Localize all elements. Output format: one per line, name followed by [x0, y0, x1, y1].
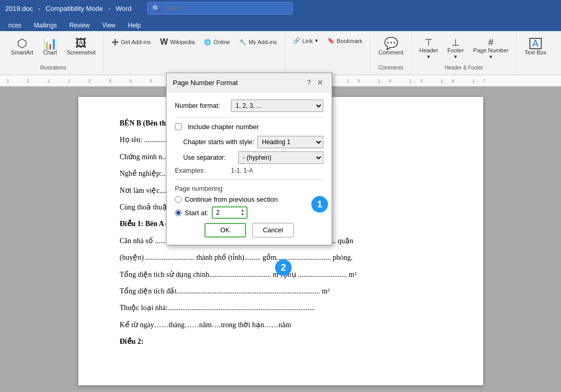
my-addins-button[interactable]: 🔧 My Add-ins: [236, 37, 280, 48]
header-icon: ⊤: [425, 38, 433, 47]
smartart-button[interactable]: ⬡ SmartArt: [7, 35, 37, 58]
examples-value: 1-1, 1-A: [231, 167, 253, 174]
header-footer-items: ⊤ Header ▾ ⊥ Footer ▾ # Page Number ▾: [416, 35, 512, 63]
chapter-starts-select[interactable]: Heading 1 Heading 2 Heading 3: [257, 136, 323, 148]
search-input[interactable]: [163, 5, 288, 12]
number-format-row: Number format: 1, 2, 3, ... A, B, C, ...…: [175, 100, 323, 112]
ribbon: ⬡ SmartArt 📊 Chart 🖼 Screenshot Illustra…: [0, 31, 561, 75]
screenshot-icon: 🖼: [75, 38, 87, 49]
include-chapter-checkbox[interactable]: [175, 123, 182, 130]
footer-dropdown-icon: ▾: [454, 53, 457, 60]
spinner-down-icon[interactable]: ▼: [241, 213, 245, 217]
online-icon: 🌐: [204, 39, 211, 46]
dialog-help-icon[interactable]: ?: [307, 78, 311, 87]
ribbon-tab-bar: nces Mailings Review View Help: [0, 17, 561, 31]
ribbon-group-comments: 💬 Comment Comments: [371, 33, 412, 73]
comments-group-label: Comments: [378, 63, 403, 71]
screenshot-label: Screenshot: [66, 49, 95, 55]
link-dropdown-icon: ▾: [315, 37, 318, 44]
tab-references[interactable]: nces: [2, 20, 28, 31]
get-addins-button[interactable]: ➕ Get Add-ins: [108, 37, 154, 48]
doc-name: 2019.doc: [5, 5, 33, 12]
start-at-spinners: ▲ ▼: [241, 208, 245, 217]
dialog-title: Page Number Format: [173, 79, 238, 87]
include-chapter-row: Include chapter number: [175, 123, 323, 131]
continue-radio-row: Continue from previous section: [175, 195, 323, 203]
continue-radio[interactable]: [175, 196, 182, 203]
start-at-label: Start at:: [185, 209, 209, 217]
comment-button[interactable]: 💬 Comment: [375, 35, 407, 58]
page-number-dropdown-icon: ▾: [489, 53, 492, 60]
separator-select[interactable]: - (hyphen) . (period) : (colon): [238, 151, 323, 164]
separator-2: -: [108, 5, 110, 12]
start-at-box: 2 ▲ ▼: [212, 206, 248, 219]
text-items: A Text Box: [521, 35, 550, 58]
continue-label: Continue from previous section: [185, 195, 278, 203]
header-button[interactable]: ⊤ Header ▾: [416, 35, 442, 63]
screenshot-button[interactable]: 🖼 Screenshot: [63, 35, 99, 58]
compat-mode: Compatibility Mode: [46, 5, 103, 12]
doc-line-9: Tổng diện tích sử dụng chính............…: [120, 269, 442, 281]
addins-items: ➕ Get Add-ins W Wikipedia 🌐 Online 🔧 My …: [108, 35, 281, 49]
doc-line-13: Điều 2:: [120, 336, 442, 347]
start-at-radio[interactable]: [175, 209, 182, 216]
dialog-buttons: OK Cancel: [175, 223, 323, 237]
chart-icon: 📊: [43, 38, 57, 49]
use-separator-label: Use separator:: [183, 154, 235, 161]
chapter-starts-label: Chapter starts with style:: [183, 138, 254, 146]
ribbon-group-links: 🔗 Link ▾ 🔖 Bookmark: [285, 33, 371, 73]
include-chapter-label: Include chapter number: [188, 123, 259, 131]
app-name: Word: [116, 5, 132, 12]
doc-line-11: Thuộc loại nhà:.........................…: [120, 302, 442, 314]
footer-label: Footer: [447, 47, 464, 53]
separator-1: -: [38, 5, 40, 12]
header-dropdown-icon: ▾: [427, 53, 430, 60]
ok-button[interactable]: OK: [204, 223, 246, 237]
bookmark-button[interactable]: 🔖 Bookmark: [324, 35, 366, 46]
illustrations-items: ⬡ SmartArt 📊 Chart 🖼 Screenshot: [7, 35, 99, 58]
dialog-divider-2: [175, 179, 323, 180]
my-addins-label: My Add-ins: [249, 39, 277, 45]
smartart-icon: ⬡: [17, 38, 27, 49]
header-label: Header: [419, 47, 438, 53]
title-bar: 2019.doc - Compatibility Mode - Word 🔍: [0, 0, 561, 17]
dialog-close-button[interactable]: ✕: [315, 77, 325, 88]
chart-label: Chart: [43, 49, 57, 55]
examples-row: Examples: 1-1, 1-A: [175, 167, 323, 174]
get-addins-icon: ➕: [112, 39, 119, 46]
links-items: 🔗 Link ▾ 🔖 Bookmark: [290, 35, 366, 46]
footer-button[interactable]: ⊥ Footer ▾: [444, 35, 468, 63]
examples-label: Examples:: [175, 167, 227, 174]
ribbon-group-header-footer: ⊤ Header ▾ ⊥ Footer ▾ # Page Number ▾ He…: [412, 33, 517, 73]
link-button[interactable]: 🔗 Link ▾: [290, 35, 322, 46]
wikipedia-icon: W: [160, 37, 168, 47]
start-at-input[interactable]: 2: [215, 208, 241, 217]
ribbon-group-text: A Text Box: [517, 33, 554, 73]
dialog-divider-1: [175, 117, 323, 118]
tab-mailings[interactable]: Mailings: [28, 20, 63, 31]
wikipedia-button[interactable]: W Wikipedia: [157, 35, 199, 49]
comment-icon: 💬: [384, 38, 398, 49]
doc-line-12: Kể từ ngày……tháng……năm….trong thời hạn………: [120, 319, 442, 331]
my-addins-icon: 🔧: [239, 39, 247, 46]
footer-icon: ⊥: [451, 38, 460, 47]
tab-view[interactable]: View: [96, 20, 122, 31]
page-number-icon: #: [488, 38, 494, 47]
number-format-select[interactable]: 1, 2, 3, ... A, B, C, ... a, b, c, ... I…: [231, 100, 323, 112]
page-number-label: Page Number: [473, 47, 509, 53]
bookmark-label: Bookmark: [337, 38, 363, 44]
page-number-button[interactable]: # Page Number ▾: [470, 35, 512, 63]
search-bar[interactable]: 🔍: [147, 2, 293, 15]
cancel-button[interactable]: Cancel: [252, 223, 294, 237]
tab-review[interactable]: Review: [63, 20, 95, 31]
wikipedia-label: Wikipedia: [170, 39, 195, 45]
page-numbering-section-label: Page numbering: [175, 185, 323, 192]
number-format-label: Number format:: [175, 102, 227, 109]
link-icon: 🔗: [293, 37, 300, 44]
text-box-button[interactable]: A Text Box: [521, 35, 550, 58]
chart-button[interactable]: 📊 Chart: [39, 35, 61, 58]
online-button[interactable]: 🌐 Online: [200, 37, 234, 48]
doc-line-10: Tổng diện tích đất......................…: [120, 286, 442, 297]
tab-help[interactable]: Help: [122, 20, 147, 31]
doc-line-8: (huyện) ........................... thàn…: [120, 252, 442, 263]
